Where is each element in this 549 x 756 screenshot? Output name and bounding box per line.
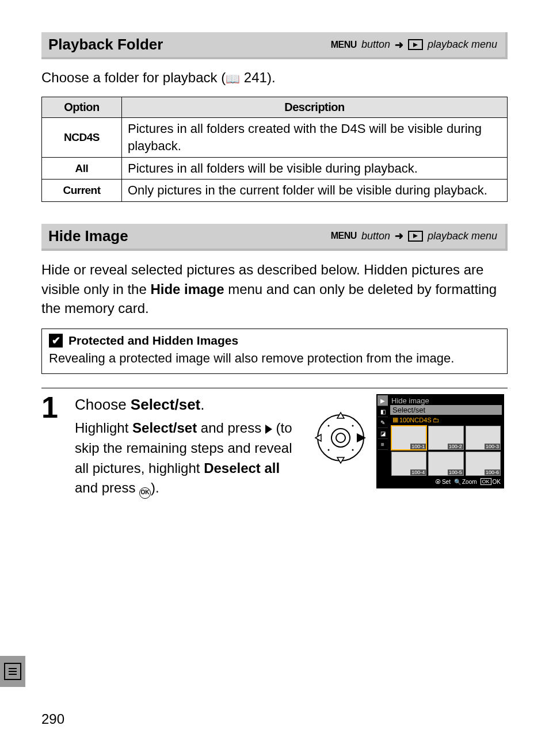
svg-marker-1 <box>413 234 418 238</box>
separator <box>41 388 508 388</box>
svg-point-11 <box>328 449 330 451</box>
note-title: Protected and Hidden Images <box>68 334 238 348</box>
hide-image-intro: Hide or reveal selected pictures as desc… <box>41 260 508 318</box>
path-target: playback menu <box>428 230 497 242</box>
foot-set: ⦿Set <box>435 478 451 485</box>
step-1: 1 Choose Select/set. Highlight Select/se… <box>41 394 508 498</box>
svg-marker-0 <box>413 43 418 47</box>
svg-point-4 <box>336 433 345 442</box>
camera-screen: ▶ ◧ ✎ ◪ ≡ Hide image Select/set ▦ 100NCD… <box>376 394 504 488</box>
screen-tab-camera-icon: ◧ <box>378 406 388 417</box>
option-desc: Pictures in all folders created with the… <box>122 118 508 157</box>
side-tab-icon <box>0 656 25 687</box>
foot-zoom: 🔍Zoom <box>454 478 477 485</box>
menu-button-label: MENU <box>331 40 357 50</box>
table-row: Current Only pictures in the current fol… <box>42 180 508 202</box>
playback-folder-intro: Choose a folder for playback (📖 241). <box>41 68 508 86</box>
note-body: Revealing a protected image will also re… <box>49 350 500 367</box>
center-dot-icon: ⦿ <box>435 479 441 485</box>
note-protected-hidden: ✔ Protected and Hidden Images Revealing … <box>41 329 508 375</box>
section-title: Playback Folder <box>48 36 163 54</box>
thumbnail: 100-2 <box>428 426 463 450</box>
screen-tab-playback-icon: ▶ <box>378 395 388 406</box>
screen-tab-mymenu-icon: ≡ <box>378 439 388 450</box>
option-name: All <box>42 157 122 180</box>
section-title: Hide Image <box>48 227 128 245</box>
playback-folder-table: Option Description NCD4S Pictures in all… <box>41 97 508 202</box>
option-desc: Only pictures in the current folder will… <box>122 180 508 202</box>
foot-ok: OKOK <box>481 478 501 485</box>
table-head-description: Description <box>122 97 508 118</box>
table-row: All Pictures in all folders will be visi… <box>42 157 508 180</box>
thumbnail: 100-5 <box>428 452 463 476</box>
svg-marker-8 <box>357 433 366 442</box>
folder-icon: 🗀 <box>433 417 439 423</box>
menu-path: MENU button ➜ playback menu <box>331 39 497 51</box>
arrow-icon: ➜ <box>395 39 403 51</box>
note-check-icon: ✔ <box>49 334 63 348</box>
page-number: 290 <box>41 711 64 727</box>
step-text: Choose Select/set. Highlight Select/set … <box>75 394 302 498</box>
button-word: button <box>361 39 390 51</box>
playback-icon <box>408 231 423 242</box>
option-name: NCD4S <box>42 118 122 157</box>
thumbnail-grid: 100-1 100-2 100-3 100-4 100-5 100-6 <box>390 425 502 477</box>
screen-footer: ⦿Set 🔍Zoom OKOK <box>390 477 502 486</box>
path-target: playback menu <box>428 39 497 51</box>
arrow-icon: ➜ <box>395 230 403 242</box>
svg-point-12 <box>352 449 354 451</box>
option-name: Current <box>42 180 122 202</box>
book-icon: 📖 <box>226 72 240 85</box>
button-word: button <box>361 230 390 242</box>
screen-tab-pencil-icon: ✎ <box>378 417 388 428</box>
section-header-hide-image: Hide Image MENU button ➜ playback menu <box>41 224 508 251</box>
table-row: NCD4S Pictures in all folders created wi… <box>42 118 508 157</box>
menu-button-label: MENU <box>331 231 357 241</box>
step-number: 1 <box>41 394 64 498</box>
section-header-playback-folder: Playback Folder MENU button ➜ playback m… <box>41 32 508 59</box>
playback-icon <box>408 39 423 50</box>
svg-point-3 <box>331 429 350 447</box>
option-desc: Pictures in all folders will be visible … <box>122 157 508 180</box>
ok-button-icon: OK <box>139 487 151 499</box>
thumbnail: 100-3 <box>466 426 501 450</box>
screen-folder-line: ▦ 100NCD4S 🗀 <box>390 415 502 425</box>
thumbnail: 100-4 <box>391 452 426 476</box>
screen-tab-retouch-icon: ◪ <box>378 428 388 439</box>
screen-title: Hide image <box>390 396 502 405</box>
svg-point-10 <box>352 425 354 427</box>
right-arrow-icon <box>265 425 272 434</box>
magnify-icon: 🔍 <box>454 479 461 485</box>
svg-point-9 <box>328 425 330 427</box>
menu-path: MENU button ➜ playback menu <box>331 230 497 242</box>
screen-subtitle: Select/set <box>390 405 502 415</box>
thumbnail: 100-6 <box>466 452 501 476</box>
card-icon: ▦ <box>392 416 398 423</box>
table-head-option: Option <box>42 97 122 118</box>
multi-selector-icon <box>312 409 369 467</box>
thumbnail: 100-1 <box>391 426 426 450</box>
